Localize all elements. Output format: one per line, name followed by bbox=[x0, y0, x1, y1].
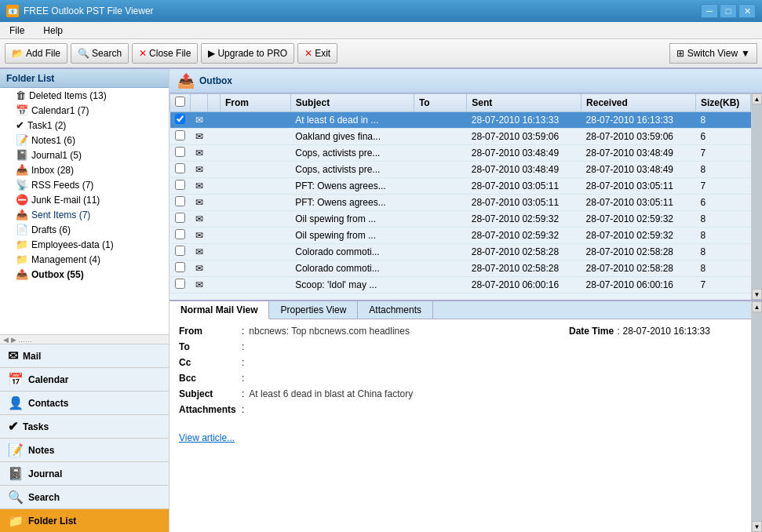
scroll-down-button[interactable]: ▼ bbox=[752, 289, 762, 300]
table-wrapper[interactable]: From Subject To Sent Received Size(KB) ✉… bbox=[170, 93, 751, 300]
table-row[interactable]: ✉ Cops, activists pre... 28-07-2010 03:4… bbox=[170, 145, 751, 162]
row-checkbox-cell-4[interactable] bbox=[170, 178, 191, 195]
nav-btn-mail[interactable]: ✉Mail bbox=[0, 344, 169, 367]
row-type-icon-3: ✉ bbox=[191, 162, 208, 178]
search-toolbar-button[interactable]: 🔍 Search bbox=[71, 43, 129, 64]
folder-name-1: Calendar1 (7) bbox=[31, 105, 89, 116]
row-received-4: 28-07-2010 03:05:11 bbox=[582, 178, 696, 195]
select-all-checkbox[interactable] bbox=[175, 97, 185, 107]
close-button[interactable]: ✕ bbox=[738, 4, 756, 18]
table-row[interactable]: ✉ Colorado commoti... 28-07-2010 02:58:2… bbox=[170, 244, 751, 261]
folder-item-9[interactable]: 📄Drafts (6) bbox=[0, 222, 169, 237]
folder-item-6[interactable]: 📡RSS Feeds (7) bbox=[0, 177, 169, 192]
table-row[interactable]: ✉ Scoop: 'Idol' may ... 28-07-2010 06:00… bbox=[170, 277, 751, 293]
table-row[interactable]: ✉ Cops, activists pre... 28-07-2010 03:4… bbox=[170, 162, 751, 178]
row-checkbox-2[interactable] bbox=[175, 147, 185, 157]
folder-item-8[interactable]: 📤Sent Items (7) bbox=[0, 207, 169, 222]
maximize-button[interactable]: □ bbox=[720, 4, 737, 18]
folder-item-5[interactable]: 📥Inbox (28) bbox=[0, 162, 169, 177]
email-tbody[interactable]: ✉ At least 6 dead in ... 28-07-2010 16:1… bbox=[170, 112, 751, 293]
table-row[interactable]: ✉ Colorado commoti... 28-07-2010 02:58:2… bbox=[170, 261, 751, 277]
nav-btn-search[interactable]: 🔍Search bbox=[0, 485, 169, 508]
table-row[interactable]: ✉ At least 6 dead in ... 28-07-2010 16:1… bbox=[170, 112, 751, 129]
menu-help[interactable]: Help bbox=[38, 24, 67, 38]
folder-item-2[interactable]: ✔Task1 (2) bbox=[0, 118, 169, 133]
row-checkbox-3[interactable] bbox=[175, 163, 185, 173]
row-checkbox-cell-8[interactable] bbox=[170, 244, 191, 261]
preview-scroll-down[interactable]: ▼ bbox=[752, 521, 762, 532]
row-checkbox-cell-10[interactable] bbox=[170, 277, 191, 293]
nav-label-mail: Mail bbox=[23, 351, 41, 362]
view-article-link[interactable]: View article... bbox=[179, 432, 742, 443]
row-checkbox-9[interactable] bbox=[175, 262, 185, 272]
row-subject-7: Oil spewing from ... bbox=[290, 228, 414, 244]
row-checkbox-0[interactable] bbox=[175, 114, 185, 124]
tab-attachments[interactable]: Attachments bbox=[358, 301, 433, 319]
exit-button[interactable]: ✕ Exit bbox=[297, 43, 337, 64]
row-checkbox-cell-2[interactable] bbox=[170, 145, 191, 162]
folder-item-0[interactable]: 🗑Deleted Items (13) bbox=[0, 88, 169, 103]
row-checkbox-cell-6[interactable] bbox=[170, 211, 191, 228]
col-header-subject[interactable]: Subject bbox=[290, 94, 414, 112]
nav-btn-contacts[interactable]: 👤Contacts bbox=[0, 391, 169, 414]
table-row[interactable]: ✉ PFT: Owens agrees... 28-07-2010 03:05:… bbox=[170, 195, 751, 211]
row-sent-4: 28-07-2010 03:05:11 bbox=[467, 178, 582, 195]
col-header-received[interactable]: Received bbox=[582, 94, 696, 112]
row-checkbox-7[interactable] bbox=[175, 229, 185, 239]
folder-item-3[interactable]: 📝Notes1 (6) bbox=[0, 133, 169, 148]
row-size-8: 8 bbox=[696, 244, 751, 261]
row-checkbox-cell-0[interactable] bbox=[170, 112, 191, 129]
nav-btn-folder-list[interactable]: 📁Folder List bbox=[0, 508, 169, 532]
menu-file[interactable]: File bbox=[5, 24, 29, 38]
col-header-from[interactable]: From bbox=[221, 94, 291, 112]
row-checkbox-cell-1[interactable] bbox=[170, 129, 191, 145]
preview-scroll-thumb[interactable] bbox=[752, 312, 762, 521]
row-checkbox-cell-5[interactable] bbox=[170, 195, 191, 211]
row-checkbox-6[interactable] bbox=[175, 213, 185, 223]
table-row[interactable]: ✉ Oakland gives fina... 28-07-2010 03:59… bbox=[170, 129, 751, 145]
email-list-scrollbar[interactable]: ▲ ▼ bbox=[751, 93, 762, 300]
folder-item-1[interactable]: 📅Calendar1 (7) bbox=[0, 103, 169, 118]
table-row[interactable]: ✉ PFT: Owens agrees... 28-07-2010 03:05:… bbox=[170, 178, 751, 195]
switch-view-button[interactable]: ⊞ Switch View ▼ bbox=[669, 43, 757, 64]
add-file-button[interactable]: 📂 Add File bbox=[5, 43, 67, 64]
row-checkbox-8[interactable] bbox=[175, 246, 185, 256]
folder-item-11[interactable]: 📁Management (4) bbox=[0, 252, 169, 267]
scroll-up-button[interactable]: ▲ bbox=[752, 93, 762, 104]
folder-item-10[interactable]: 📁Employees-data (1) bbox=[0, 237, 169, 252]
row-to-3 bbox=[414, 162, 466, 178]
col-header-sent[interactable]: Sent bbox=[467, 94, 582, 112]
folder-scroll-bar[interactable]: ◀ ▶ …… bbox=[0, 334, 169, 344]
close-file-button[interactable]: ✕ Close File bbox=[132, 43, 198, 64]
preview-scroll-up[interactable]: ▲ bbox=[752, 301, 762, 312]
nav-btn-notes[interactable]: 📝Notes bbox=[0, 438, 169, 461]
folder-tree[interactable]: 🗑Deleted Items (13)📅Calendar1 (7)✔Task1 … bbox=[0, 88, 169, 334]
row-flag-5 bbox=[208, 195, 221, 211]
minimize-button[interactable]: ─ bbox=[701, 4, 718, 18]
folder-item-12[interactable]: 📤Outbox (55) bbox=[0, 267, 169, 282]
preview-scrollbar[interactable]: ▲ ▼ bbox=[751, 301, 762, 532]
folder-item-4[interactable]: 📓Journal1 (5) bbox=[0, 148, 169, 162]
row-checkbox-10[interactable] bbox=[175, 279, 185, 289]
row-checkbox-1[interactable] bbox=[175, 130, 185, 140]
row-checkbox-cell-9[interactable] bbox=[170, 261, 191, 277]
title-bar-controls[interactable]: ─ □ ✕ bbox=[701, 4, 756, 18]
row-checkbox-5[interactable] bbox=[175, 196, 185, 206]
row-checkbox-cell-7[interactable] bbox=[170, 228, 191, 244]
table-row[interactable]: ✉ Oil spewing from ... 28-07-2010 02:59:… bbox=[170, 211, 751, 228]
row-flag-8 bbox=[208, 244, 221, 261]
tab-properties-view[interactable]: Properties View bbox=[269, 301, 358, 319]
tab-normal-mail-view[interactable]: Normal Mail View bbox=[170, 301, 269, 319]
col-header-to[interactable]: To bbox=[414, 94, 466, 112]
upgrade-button[interactable]: ▶ Upgrade to PRO bbox=[201, 43, 294, 64]
folder-item-7[interactable]: ⛔Junk E-mail (11) bbox=[0, 192, 169, 207]
row-checkbox-cell-3[interactable] bbox=[170, 162, 191, 178]
col-header-check[interactable] bbox=[170, 94, 191, 112]
col-header-size[interactable]: Size(KB) bbox=[696, 94, 751, 112]
nav-btn-calendar[interactable]: 📅Calendar bbox=[0, 367, 169, 391]
scroll-thumb[interactable] bbox=[752, 104, 762, 289]
nav-btn-journal[interactable]: 📓Journal bbox=[0, 461, 169, 485]
table-row[interactable]: ✉ Oil spewing from ... 28-07-2010 02:59:… bbox=[170, 228, 751, 244]
nav-btn-tasks[interactable]: ✔Tasks bbox=[0, 414, 169, 438]
row-checkbox-4[interactable] bbox=[175, 180, 185, 190]
